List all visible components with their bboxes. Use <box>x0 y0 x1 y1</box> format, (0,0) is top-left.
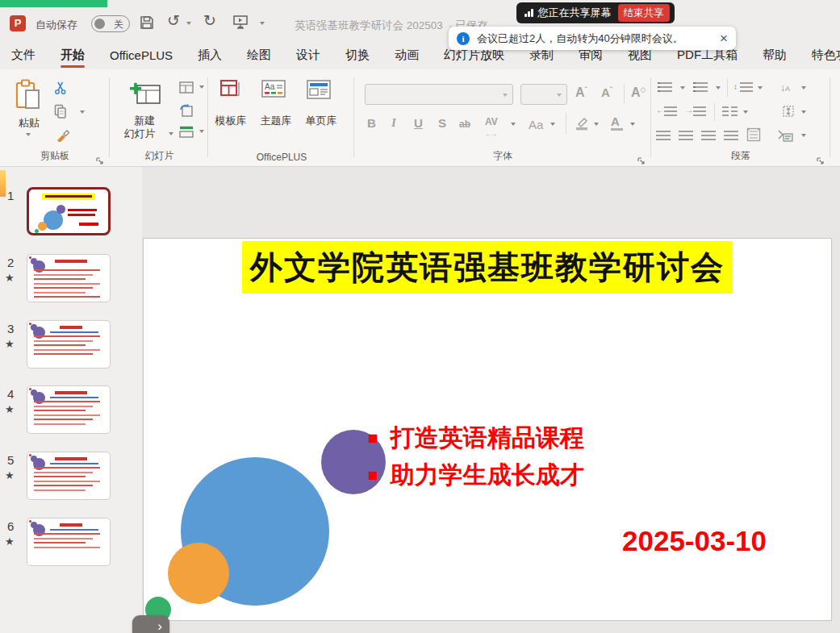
align-left-icon[interactable] <box>656 131 671 140</box>
slide-thumbnail-1[interactable] <box>27 187 111 235</box>
justify-icon[interactable] <box>724 131 738 140</box>
collapsed-panel-toggle[interactable]: › <box>132 615 169 633</box>
shrink-font-icon[interactable]: Aˇ <box>601 85 612 99</box>
italic-icon[interactable]: I <box>391 116 396 130</box>
columns-dropdown-icon[interactable] <box>743 110 748 114</box>
menu-tab-8[interactable]: 动画 <box>393 43 420 68</box>
new-slide-label-line2[interactable]: 幻灯片 <box>111 127 169 141</box>
line-spacing-icon[interactable]: ↕ <box>733 82 738 91</box>
highlight-dropdown-icon[interactable] <box>594 123 599 126</box>
slide-layout-icon[interactable] <box>179 81 194 97</box>
group-label-font: 字体 <box>354 149 651 163</box>
menu-tab-2[interactable]: 开始 <box>59 43 86 68</box>
text-shadow-icon[interactable]: S <box>438 116 446 130</box>
reset-slide-icon[interactable] <box>179 103 194 121</box>
menu-tab-14[interactable]: 帮助 <box>761 43 788 68</box>
slide-thumbnail-4[interactable] <box>27 385 111 434</box>
section-icon[interactable] <box>179 126 194 141</box>
character-spacing-icon[interactable]: AV←→ <box>485 116 498 139</box>
autosave-toggle[interactable]: 关 <box>91 15 130 32</box>
menu-tab-15[interactable]: 特色功能 <box>810 43 840 68</box>
slide-bullets[interactable]: ■打造英语精品课程 ■助力学生成长成才 <box>368 419 584 493</box>
theme-library-icon[interactable]: Aa <box>261 79 286 105</box>
menu-tab-5[interactable]: 绘图 <box>245 43 273 68</box>
decrease-indent-icon[interactable]: ← <box>656 106 664 115</box>
paragraph-dialog-launcher-icon[interactable] <box>817 154 825 162</box>
section-dropdown-icon[interactable] <box>199 130 204 133</box>
underline-icon[interactable]: U <box>414 116 423 130</box>
cut-icon[interactable] <box>53 81 68 98</box>
paste-button[interactable] <box>15 79 42 115</box>
bullet-list-icon[interactable] <box>658 82 672 92</box>
mini-text-line <box>34 481 100 482</box>
smartart-dropdown-icon[interactable] <box>801 134 806 137</box>
case-dropdown-icon[interactable] <box>550 123 555 126</box>
slide-thumbnail-2[interactable] <box>27 254 111 302</box>
notice-close-icon[interactable]: × <box>720 32 728 45</box>
align-center-icon[interactable] <box>679 131 693 140</box>
slide-thumbnail-5[interactable] <box>27 452 111 500</box>
end-share-button[interactable]: 结束共享 <box>618 4 670 22</box>
distribute-text-icon[interactable] <box>746 127 761 145</box>
menu-tab-4[interactable]: 插入 <box>196 43 224 68</box>
undo-icon[interactable]: ↺ <box>167 12 180 30</box>
single-page-library-label[interactable]: 单页库 <box>299 114 343 128</box>
slide-number-4: 4 <box>7 387 14 401</box>
menu-tab-7[interactable]: 切换 <box>344 43 371 68</box>
clipboard-dialog-launcher-icon[interactable] <box>96 154 104 162</box>
font-color-icon[interactable]: A <box>611 115 623 131</box>
theme-library-label[interactable]: 主题库 <box>254 114 298 128</box>
quick-access-dropdown-icon[interactable] <box>260 22 265 25</box>
paste-dropdown-icon[interactable] <box>26 133 31 136</box>
undo-dropdown-icon[interactable] <box>186 22 191 25</box>
new-slide-button[interactable] <box>130 80 162 109</box>
line-spacing-dropdown-icon[interactable] <box>758 86 763 90</box>
columns-icon[interactable] <box>722 106 738 116</box>
align-text-dropdown-icon[interactable] <box>801 110 806 114</box>
menu-tab-6[interactable]: 设计 <box>295 43 322 68</box>
numbered-list-dropdown-icon[interactable] <box>716 86 721 90</box>
paste-label[interactable]: 粘贴 <box>11 116 47 131</box>
increase-indent-icon[interactable]: → <box>685 106 693 115</box>
start-slideshow-icon[interactable] <box>232 14 249 33</box>
mini-text-line <box>34 538 93 539</box>
redo-icon[interactable]: ↻ <box>203 12 216 30</box>
clear-formatting-icon[interactable]: A◇ <box>631 85 646 100</box>
copy-icon[interactable] <box>53 104 68 122</box>
strikethrough-icon[interactable]: ab <box>459 119 470 130</box>
copy-dropdown-icon[interactable] <box>80 110 85 114</box>
slide-title[interactable]: 外文学院英语强基班教学研讨会 <box>242 241 733 294</box>
slide-thumbnail-6[interactable] <box>27 518 111 566</box>
single-page-library-icon[interactable] <box>306 79 332 105</box>
template-library-icon[interactable] <box>219 79 243 105</box>
format-painter-icon[interactable] <box>55 127 71 145</box>
slide-date[interactable]: 2025-03-10 <box>622 525 767 557</box>
align-right-icon[interactable] <box>701 131 716 140</box>
text-direction-dropdown-icon[interactable] <box>801 86 806 90</box>
align-text-vertical-icon[interactable] <box>782 105 795 121</box>
slide-thumbnail-3[interactable] <box>27 320 111 369</box>
font-name-select[interactable] <box>365 84 513 105</box>
current-slide[interactable]: 外文学院英语强基班教学研讨会 ■打造英语精品课程 ■助力学生成长成才 2025-… <box>143 238 832 621</box>
highlight-color-icon[interactable] <box>574 115 590 134</box>
mini-bullet-line <box>68 214 95 216</box>
template-library-label[interactable]: 模板库 <box>209 114 253 128</box>
menu-tab-3[interactable]: OfficePLUS <box>108 44 174 67</box>
spacing-dropdown-icon[interactable] <box>511 123 516 126</box>
menu-tab-1[interactable]: 文件 <box>10 43 37 68</box>
mini-text-line <box>34 274 93 276</box>
layout-dropdown-icon[interactable] <box>199 85 204 89</box>
font-size-select[interactable] <box>520 84 567 105</box>
font-color-dropdown-icon[interactable] <box>630 123 635 126</box>
text-direction-icon[interactable]: ↓A <box>780 82 790 94</box>
grow-font-icon[interactable]: Aˆ <box>575 85 587 100</box>
save-icon[interactable] <box>139 15 155 34</box>
new-slide-dropdown-icon[interactable] <box>169 132 173 135</box>
bullet-list-dropdown-icon[interactable] <box>680 86 685 90</box>
numbered-list-icon[interactable] <box>693 82 708 92</box>
font-dialog-launcher-icon[interactable] <box>637 154 646 162</box>
convert-smartart-icon[interactable] <box>777 129 793 145</box>
change-case-icon[interactable]: Aa <box>529 118 543 131</box>
group-label-paragraph: 段落 <box>651 149 830 163</box>
bold-icon[interactable]: B <box>367 116 376 130</box>
